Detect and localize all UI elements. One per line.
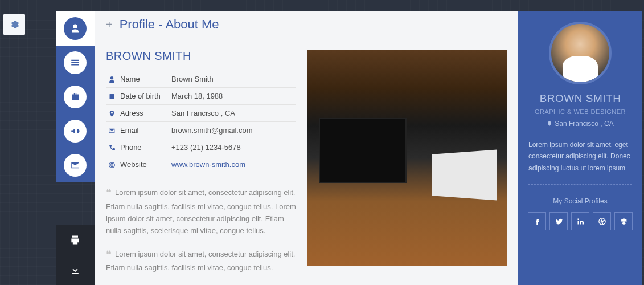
profile-photo xyxy=(307,50,507,266)
info-label: Email xyxy=(118,122,169,139)
table-row: AdressSan Francisco , CA xyxy=(106,105,296,122)
info-value: brown.smith@gmail.com xyxy=(169,122,296,139)
print-button[interactable] xyxy=(56,225,95,255)
gear-icon xyxy=(9,19,19,30)
bullhorn-icon xyxy=(70,126,80,136)
sidebar-role: GRAPHIC & WEB DESIGNER xyxy=(535,108,626,115)
plus-icon: + xyxy=(106,18,113,31)
dribbble-icon xyxy=(598,217,606,226)
info-value: March 18, 1988 xyxy=(169,88,296,105)
table-row: Date of birthMarch 18, 1988 xyxy=(106,88,296,105)
nav-portfolio[interactable] xyxy=(56,80,95,114)
info-label: Website xyxy=(118,156,169,173)
profile-name-heading: BROWN SMITH xyxy=(106,50,296,63)
settings-button[interactable] xyxy=(3,14,25,35)
avatar xyxy=(549,22,612,84)
sidebar-bio: Lorem ipsum dolor sit amet, eget consect… xyxy=(528,139,632,185)
website-link[interactable]: www.brown-smith.com xyxy=(171,160,245,169)
layers-icon xyxy=(620,217,628,226)
table-row: NameBrown Smith xyxy=(106,71,296,88)
bio-paragraph: ❝Lorem ipsum dolor sit amet, consectetur… xyxy=(106,185,296,237)
phone-icon xyxy=(108,144,116,152)
pin-icon xyxy=(547,121,552,127)
linkedin-icon xyxy=(576,217,585,226)
page-header: + Profile - About Me xyxy=(95,11,518,39)
download-icon xyxy=(69,264,81,276)
table-row: Emailbrown.smith@gmail.com xyxy=(106,122,296,139)
social-twitter[interactable] xyxy=(549,212,568,230)
info-table: NameBrown Smith Date of birthMarch 18, 1… xyxy=(106,71,296,173)
social-dribbble[interactable] xyxy=(593,212,611,230)
download-button[interactable] xyxy=(56,255,95,286)
social-heading: My Social Profiles xyxy=(553,197,607,205)
mail-icon xyxy=(108,127,116,135)
quote-icon: ❝ xyxy=(106,187,112,198)
info-value: +123 (21) 1234-5678 xyxy=(169,139,296,156)
user-icon xyxy=(108,76,116,83)
user-icon xyxy=(70,23,80,34)
table-row: Websitewww.brown-smith.com xyxy=(106,156,296,173)
stack-icon xyxy=(70,58,80,68)
calendar-icon xyxy=(108,93,116,100)
info-label: Phone xyxy=(118,139,169,156)
sidebar-name: BROWN SMITH xyxy=(540,92,621,105)
info-label: Name xyxy=(118,71,169,88)
nav-blog[interactable] xyxy=(56,114,95,148)
nav-contact[interactable] xyxy=(56,148,95,182)
social-layers[interactable] xyxy=(614,212,633,230)
globe-icon xyxy=(108,161,116,169)
info-value: San Francisco , CA xyxy=(169,105,296,122)
info-value: Brown Smith xyxy=(169,71,296,88)
svg-rect-0 xyxy=(110,94,114,99)
facebook-icon xyxy=(533,217,542,226)
nav-profile[interactable] xyxy=(56,11,95,46)
print-icon xyxy=(69,234,81,246)
social-linkedin[interactable] xyxy=(571,212,589,230)
profile-sidebar: BROWN SMITH GRAPHIC & WEB DESIGNER San F… xyxy=(518,11,642,285)
social-links xyxy=(528,212,633,230)
bio-paragraph: ❝Lorem ipsum dolor sit amet, consectetur… xyxy=(106,246,296,275)
twitter-icon xyxy=(555,217,563,226)
social-facebook[interactable] xyxy=(528,212,546,230)
briefcase-icon xyxy=(70,92,80,102)
info-label: Date of birth xyxy=(118,88,169,105)
side-nav xyxy=(56,11,95,285)
page-title: Profile - About Me xyxy=(120,17,219,32)
quote-icon: ❝ xyxy=(106,249,112,260)
pin-icon xyxy=(108,110,116,117)
info-label: Adress xyxy=(118,105,169,122)
nav-resume[interactable] xyxy=(56,46,95,80)
main-panel: + Profile - About Me BROWN SMITH NameBro… xyxy=(95,11,518,285)
envelope-icon xyxy=(70,160,80,170)
sidebar-location: San Francisco , CA xyxy=(547,120,613,128)
table-row: Phone+123 (21) 1234-5678 xyxy=(106,139,296,156)
